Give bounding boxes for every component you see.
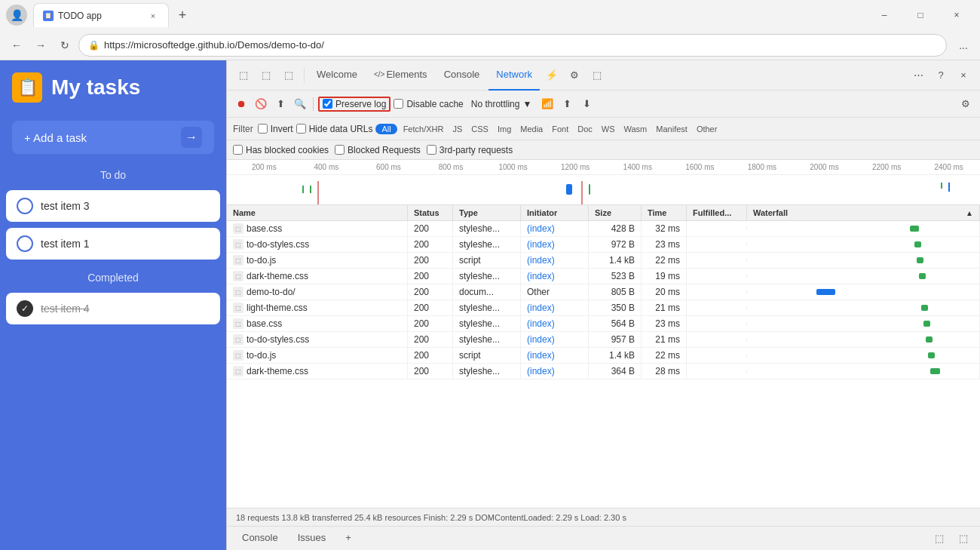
devtools-more-button[interactable]: ⋯ [908,65,929,86]
header-initiator[interactable]: Initiator [521,205,589,220]
bottom-tab-issues[interactable]: Issues [289,527,335,551]
task-item-4[interactable]: ✓ test item 4 [6,293,220,324]
header-fulfilled[interactable]: Fulfilled... [687,205,747,220]
preserve-log-input[interactable] [323,99,332,109]
active-tab[interactable]: 📋 TODO app × [33,3,169,27]
device-toggle-button[interactable]: ⬚ [256,65,277,86]
third-party-checkbox[interactable]: 3rd-party requests [427,145,513,155]
task-checkbox-1[interactable] [17,235,33,252]
invert-input[interactable] [258,124,268,134]
header-name[interactable]: Name [227,205,408,220]
hide-data-urls-checkbox[interactable]: Hide data URLs [296,124,373,134]
td-size-2: 1.4 kB [589,253,642,268]
clear-button[interactable]: 🚫 [253,96,269,112]
close-button[interactable]: × [939,3,974,27]
table-row[interactable]: ⬚ to-do.js 200 script (index) 1.4 kB 22 … [227,348,980,364]
refresh-button[interactable]: ↻ [54,35,75,56]
filter-doc[interactable]: Doc [574,124,596,134]
table-row[interactable]: ⬚ to-do-styles.css 200 styleshe... (inde… [227,237,980,253]
bottom-tab-console[interactable]: Console [233,527,287,551]
bottom-tab-new[interactable]: + [336,527,360,551]
tab-network[interactable]: Network [488,60,540,91]
table-row[interactable]: ⬚ to-do.js 200 script (index) 1.4 kB 22 … [227,253,980,269]
settings-gear-button[interactable]: ⚙ [564,65,585,86]
filter-ws[interactable]: WS [599,124,618,134]
todo-sidebar: 📋 My tasks + Add a task → To do test ite… [0,60,226,550]
file-icon-5: ⬚ [233,303,243,313]
address-bar[interactable]: 🔒 https://microsoftedge.github.io/Demos/… [78,34,947,57]
waterfall-bar-7 [926,336,933,343]
table-row[interactable]: ⬚ dark-theme.css 200 styleshe... (index)… [227,269,980,284]
task-item-1[interactable]: test item 1 [6,228,220,260]
performance-button[interactable]: ⚡ [541,65,562,86]
tick-400: 400 ms [296,163,358,171]
filter-other[interactable]: Other [694,124,721,134]
disable-cache-input[interactable] [394,99,403,109]
undock-button[interactable]: ⬚ [929,528,950,549]
preserve-log-checkbox[interactable]: Preserve log [318,97,390,112]
upload-button[interactable]: ⬆ [559,96,575,112]
td-status-7: 200 [408,332,453,347]
online-button[interactable]: 📶 [539,96,556,112]
task-checkbox-4[interactable]: ✓ [17,300,33,317]
new-tab-button[interactable]: + [172,5,193,26]
forward-button[interactable]: → [30,35,51,56]
profile-avatar[interactable]: 👤 [6,5,27,26]
td-initiator-8: (index) [521,348,589,363]
record-button[interactable]: ⏺ [233,96,250,112]
devtools-help-button[interactable]: ? [930,65,951,86]
filter-label: Filter [233,124,253,134]
task-item-3[interactable]: test item 3 [6,190,220,222]
tab-console[interactable]: Console [436,60,488,91]
table-row[interactable]: ⬚ demo-to-do/ 200 docum... Other 805 B 2… [227,284,980,300]
inspect-element-button[interactable]: ⬚ [233,65,254,86]
task-checkbox-3[interactable] [17,198,33,214]
has-blocked-cookies-input[interactable] [233,145,243,155]
tab-close-button[interactable]: × [147,10,159,22]
dock-button[interactable]: ⬚ [953,528,974,549]
table-row[interactable]: ⬚ to-do-styles.css 200 styleshe... (inde… [227,332,980,348]
has-blocked-cookies-checkbox[interactable]: Has blocked cookies [233,145,329,155]
devtools-close-button[interactable]: × [953,65,974,86]
add-task-button[interactable]: + Add a task → [12,121,214,154]
filter-css[interactable]: CSS [468,124,492,134]
table-row[interactable]: ⬚ dark-theme.css 200 styleshe... (index)… [227,364,980,379]
filter-font[interactable]: Font [549,124,571,134]
blocked-requests-checkbox[interactable]: Blocked Requests [335,145,421,155]
filter-img[interactable]: Img [495,124,514,134]
toggle-sidebar-button[interactable]: ⬚ [586,65,608,86]
blocked-requests-input[interactable] [335,145,345,155]
filter-manifest[interactable]: Manifest [653,124,691,134]
table-row[interactable]: ⬚ light-theme.css 200 styleshe... (index… [227,300,980,316]
maximize-button[interactable]: □ [903,3,938,27]
browser-more-button[interactable]: ... [953,35,974,56]
table-row[interactable]: ⬚ base.css 200 styleshe... (index) 564 B… [227,316,980,332]
header-status[interactable]: Status [408,205,453,220]
third-party-input[interactable] [427,145,436,155]
filter-fetch-xhr[interactable]: Fetch/XHR [400,124,447,134]
invert-checkbox[interactable]: Invert [258,124,293,134]
minimize-button[interactable]: – [867,3,902,27]
tick-2400: 2400 ms [917,163,980,171]
back-button[interactable]: ← [6,35,27,56]
tab-elements[interactable]: </> Elements [366,60,435,91]
search-button[interactable]: 🔍 [292,96,308,112]
throttle-dropdown[interactable]: No throttling ▼ [467,97,537,111]
header-waterfall[interactable]: Waterfall ▲ [747,205,980,220]
download-button[interactable]: ⬇ [578,96,595,112]
tab-welcome[interactable]: Welcome [309,60,365,91]
disable-cache-checkbox[interactable]: Disable cache [394,99,463,109]
header-time[interactable]: Time [642,205,687,220]
table-row[interactable]: ⬚ base.css 200 styleshe... (index) 428 B… [227,221,980,237]
filter-all[interactable]: All [375,124,397,134]
fetch-filter-button[interactable]: ⬆ [272,96,289,112]
header-type[interactable]: Type [453,205,521,220]
network-settings-button[interactable]: ⚙ [957,96,974,112]
filter-media[interactable]: Media [517,124,546,134]
filter-js[interactable]: JS [449,124,465,134]
screencast-button[interactable]: ⬚ [278,65,299,86]
hide-data-urls-input[interactable] [296,124,306,134]
timeline-area[interactable] [227,175,980,204]
header-size[interactable]: Size [589,205,642,220]
filter-wasm[interactable]: Wasm [621,124,651,134]
